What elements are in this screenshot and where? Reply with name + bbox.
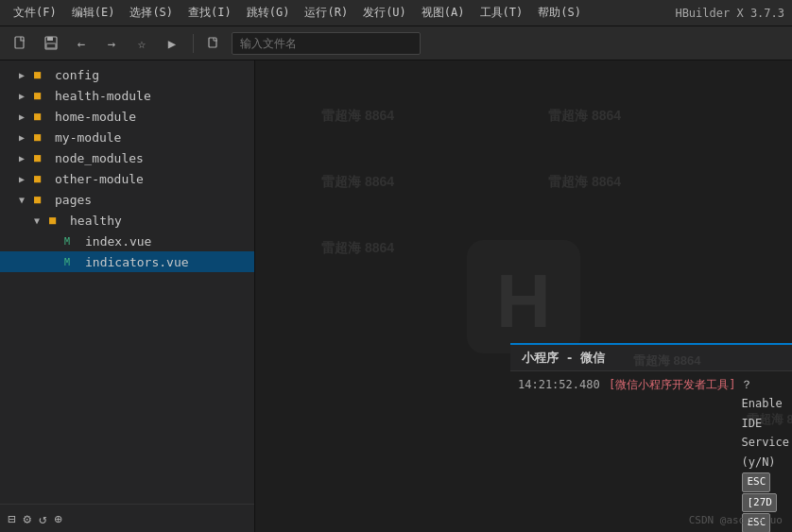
tree-item-my-module[interactable]: ▶ ■ my-module	[0, 127, 254, 147]
csdn-credit: CSDN @asdf_anuo	[689, 514, 783, 526]
sidebar-statusbar: ⊟ ⚙ ↺ ⊕	[0, 504, 254, 532]
tree-item-home-module[interactable]: ▶ ■ home-module	[0, 106, 254, 127]
status-icon-1[interactable]: ⊟	[8, 511, 15, 526]
folder-open-icon: ■	[34, 193, 51, 206]
tree-item-health-module[interactable]: ▶ ■ health-module	[0, 85, 254, 106]
bookmark-button[interactable]: ☆	[129, 30, 155, 57]
app-title: HBuilder X 3.7.3	[675, 7, 784, 20]
item-label: home-module	[55, 110, 136, 124]
arrow-icon: ▶	[19, 174, 34, 184]
log-line-1: 14:21:52.480 [微信小程序开发者工具] ？ Enable IDE S…	[518, 375, 784, 532]
menu-help[interactable]: 帮助(S)	[532, 3, 587, 23]
menu-goto[interactable]: 跳转(G)	[241, 3, 296, 23]
menu-file[interactable]: 文件(F)	[8, 3, 62, 23]
main-area: ▶ ■ config ▶ ■ health-module ▶ ■ home-mo…	[0, 60, 792, 532]
vue-file-icon: M	[64, 236, 81, 247]
toolbar: ← → ☆ ▶	[0, 26, 792, 60]
svg-rect-3	[46, 43, 56, 48]
tree-item-config[interactable]: ▶ ■ config	[0, 64, 254, 85]
arrow-open-icon: ▼	[19, 195, 34, 205]
status-icon-4[interactable]: ⊕	[54, 511, 61, 526]
log-time: 14:21:52.480	[518, 375, 603, 394]
bottom-panel: 小程序 - 微信 雷超海 8864 雷超海 8864 14:21:52.480 …	[510, 343, 792, 532]
log-source: [微信小程序开发者工具]	[609, 375, 735, 394]
forward-button[interactable]: →	[98, 30, 125, 57]
item-label: config	[55, 68, 99, 82]
folder-icon: ■	[34, 151, 51, 164]
save-button[interactable]	[38, 30, 64, 57]
arrow-open-icon: ▼	[34, 215, 49, 226]
esc-badge-1: ESC	[742, 472, 770, 492]
panel-title: 小程序 - 微信	[522, 350, 605, 367]
svg-rect-2	[47, 37, 53, 41]
svg-rect-4	[209, 38, 216, 47]
panel-header: 小程序 - 微信	[510, 345, 792, 371]
menu-publish[interactable]: 发行(U)	[357, 3, 412, 23]
arrow-icon: ▶	[19, 132, 34, 143]
folder-icon: ■	[34, 68, 51, 81]
status-icon-2[interactable]: ⚙	[23, 511, 30, 526]
folder-icon: ■	[34, 89, 51, 102]
tree-item-other-module[interactable]: ▶ ■ other-module	[0, 168, 254, 189]
arrow-icon: ▶	[19, 112, 34, 122]
content-area: 雷超海 8864 雷超海 8864 雷超海 8864 雷超海 8864 雷超海 …	[255, 60, 792, 532]
folder-open-icon: ■	[49, 214, 66, 227]
file-icon	[201, 30, 228, 57]
menu-run[interactable]: 运行(R)	[299, 3, 353, 23]
sidebar: ▶ ■ config ▶ ■ health-module ▶ ■ home-mo…	[0, 60, 255, 532]
menu-view[interactable]: 视图(A)	[416, 3, 471, 23]
item-label: pages	[55, 193, 92, 207]
tree-item-pages[interactable]: ▼ ■ pages	[0, 189, 254, 210]
folder-icon: ■	[34, 172, 51, 185]
esc-badge-2: [27D	[742, 493, 777, 513]
toolbar-separator	[193, 34, 194, 53]
panel-content: 雷超海 8864 雷超海 8864 14:21:52.480 [微信小程序开发者…	[510, 371, 792, 532]
arrow-icon: ▶	[19, 70, 34, 80]
tree-item-index-vue[interactable]: M index.vue	[0, 231, 254, 251]
log-msg: ？ Enable IDE Service (y/N) ESC[27DESC[27…	[741, 375, 789, 532]
item-label: index.vue	[85, 234, 151, 249]
file-tree: ▶ ■ config ▶ ■ health-module ▶ ■ home-mo…	[0, 60, 254, 504]
back-button[interactable]: ←	[68, 30, 95, 57]
filename-input[interactable]	[232, 32, 421, 55]
item-label: other-module	[55, 172, 144, 186]
folder-icon: ■	[34, 110, 51, 123]
menu-find[interactable]: 查找(I)	[182, 3, 237, 23]
menu-edit[interactable]: 编辑(E)	[66, 3, 121, 23]
arrow-icon: ▶	[19, 91, 34, 101]
menu-items: 文件(F) 编辑(E) 选择(S) 查找(I) 跳转(G) 运行(R) 发行(U…	[8, 3, 675, 23]
vue-file-icon: M	[64, 257, 81, 267]
menubar: 文件(F) 编辑(E) 选择(S) 查找(I) 跳转(G) 运行(R) 发行(U…	[0, 0, 792, 26]
menu-tools[interactable]: 工具(T)	[474, 3, 529, 23]
item-label-healthy: healthy	[70, 214, 122, 228]
tree-item-indicators-vue[interactable]: M indicators.vue	[0, 251, 254, 272]
item-label: health-module	[55, 89, 151, 103]
svg-rect-0	[15, 37, 24, 48]
new-file-button[interactable]	[8, 30, 34, 57]
status-icon-3[interactable]: ↺	[39, 511, 46, 526]
hbuilder-logo-icon: H	[462, 235, 585, 358]
menu-select[interactable]: 选择(S)	[124, 3, 179, 23]
tree-item-node-modules[interactable]: ▶ ■ node_modules	[0, 147, 254, 168]
item-label: node_modules	[55, 151, 144, 165]
folder-icon: ■	[34, 130, 51, 144]
arrow-icon: ▶	[19, 153, 34, 163]
run-button[interactable]: ▶	[159, 30, 185, 57]
item-label: indicators.vue	[85, 255, 189, 269]
item-label: my-module	[55, 130, 121, 145]
tree-item-healthy[interactable]: ▼ ■ healthy	[0, 210, 254, 231]
svg-text:H: H	[496, 258, 551, 342]
